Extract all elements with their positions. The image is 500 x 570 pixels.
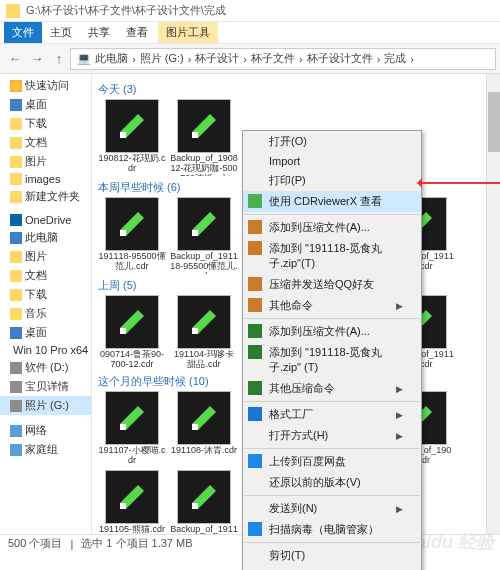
file-item[interactable]: Backup_of_190812-花现奶咖-500700注纸.cdr bbox=[170, 99, 238, 176]
forward-button[interactable]: → bbox=[26, 48, 48, 70]
sidebar-item[interactable]: 桌面 bbox=[0, 95, 91, 114]
ctx-import[interactable]: Import bbox=[243, 152, 421, 170]
file-item[interactable]: 191118-95500懂范儿.cdr bbox=[98, 197, 166, 274]
ctx-copy[interactable]: 复制(C) bbox=[243, 566, 421, 570]
file-item[interactable]: 191105-熊猫.cdr bbox=[98, 470, 166, 534]
svg-rect-17 bbox=[192, 328, 198, 334]
sidebar-item[interactable]: 音乐 bbox=[0, 304, 91, 323]
ctx-other-compress[interactable]: 其他压缩命令▶ bbox=[243, 378, 421, 399]
file-item[interactable]: 190812-花现奶.cdr bbox=[98, 99, 166, 176]
sidebar-item[interactable]: 下载 bbox=[0, 114, 91, 133]
ctx-add-archive-2[interactable]: 添加到压缩文件(A)... bbox=[243, 321, 421, 342]
scroll-thumb[interactable] bbox=[488, 92, 500, 152]
file-name: Backup_of_191105-熊猫.cdr bbox=[170, 525, 238, 534]
file-item[interactable]: 191108-沐青.cdr bbox=[170, 391, 238, 466]
sidebar-item[interactable]: 新建文件夹 bbox=[0, 187, 91, 206]
sidebar-item[interactable]: 图片 bbox=[0, 152, 91, 171]
ctx-scan-virus[interactable]: 扫描病毒（电脑管家） bbox=[243, 519, 421, 540]
sidebar-item[interactable]: images bbox=[0, 171, 91, 187]
file-name: 190812-花现奶.cdr bbox=[98, 154, 166, 174]
file-thumb bbox=[105, 391, 159, 445]
ctx-restore[interactable]: 还原以前的版本(V) bbox=[243, 472, 421, 493]
tab-picture-tools[interactable]: 图片工具 bbox=[158, 22, 218, 43]
label: OneDrive bbox=[25, 214, 71, 226]
ctx-open-with[interactable]: 打开方式(H)▶ bbox=[243, 425, 421, 446]
sidebar-drive[interactable]: 照片 (G:) bbox=[0, 396, 91, 415]
archive-icon bbox=[248, 277, 262, 291]
sidebar-drive[interactable]: 软件 (D:) bbox=[0, 358, 91, 377]
label: 快速访问 bbox=[25, 78, 69, 93]
app-icon bbox=[248, 407, 262, 421]
sidebar-homegroup[interactable]: 家庭组 bbox=[0, 440, 91, 459]
label: 此电脑 bbox=[25, 230, 58, 245]
tab-share[interactable]: 共享 bbox=[80, 22, 118, 43]
tab-home[interactable]: 主页 bbox=[42, 22, 80, 43]
tab-view[interactable]: 查看 bbox=[118, 22, 156, 43]
sidebar-item[interactable]: 文档 bbox=[0, 133, 91, 152]
crumb[interactable]: 此电脑 bbox=[95, 51, 128, 66]
label: 还原以前的版本(V) bbox=[269, 475, 361, 490]
label: 文档 bbox=[25, 268, 47, 283]
chevron-right-icon: ▶ bbox=[396, 504, 403, 514]
ctx-cut[interactable]: 剪切(T) bbox=[243, 545, 421, 566]
ctx-open[interactable]: 打开(O) bbox=[243, 131, 421, 152]
shield-icon bbox=[248, 522, 262, 536]
ctx-cdrviewer[interactable]: 使用 CDRviewerX 查看 bbox=[243, 191, 421, 212]
label: 家庭组 bbox=[25, 442, 58, 457]
folder-icon bbox=[10, 173, 22, 185]
file-item[interactable]: 191107-小樱喵.cdr bbox=[98, 391, 166, 466]
sidebar-network[interactable]: 网络 bbox=[0, 421, 91, 440]
tab-file[interactable]: 文件 bbox=[4, 22, 42, 43]
crumb[interactable]: 完成 bbox=[384, 51, 406, 66]
label: 音乐 bbox=[25, 306, 47, 321]
up-button[interactable]: ↑ bbox=[48, 48, 70, 70]
breadcrumb[interactable]: 💻 此电脑› 照片 (G:)› 杯子设计› 杯子文件› 杯子设计文件› 完成› bbox=[70, 48, 496, 70]
ctx-qq-send[interactable]: 压缩并发送给QQ好友 bbox=[243, 274, 421, 295]
archive-icon bbox=[248, 324, 262, 338]
back-button[interactable]: ← bbox=[4, 48, 26, 70]
ctx-add-archive[interactable]: 添加到压缩文件(A)... bbox=[243, 217, 421, 238]
sidebar-quick-access[interactable]: 快速访问 bbox=[0, 76, 91, 95]
sidebar-item[interactable]: 下载 bbox=[0, 285, 91, 304]
svg-rect-27 bbox=[192, 424, 198, 430]
ctx-other-cmd[interactable]: 其他命令▶ bbox=[243, 295, 421, 316]
window-path: G:\杯子设计\杯子文件\杯子设计文件\完成 bbox=[26, 3, 226, 18]
file-name: 191105-熊猫.cdr bbox=[99, 525, 165, 534]
file-thumb bbox=[177, 99, 231, 153]
crumb[interactable]: 杯子设计文件 bbox=[307, 51, 373, 66]
sidebar-item[interactable]: 桌面 bbox=[0, 323, 91, 342]
sidebar-drive[interactable]: Win 10 Pro x64 (C:) bbox=[0, 342, 91, 358]
ctx-baidu-upload[interactable]: 上传到百度网盘 bbox=[243, 451, 421, 472]
ctx-send-to[interactable]: 发送到(N)▶ bbox=[243, 498, 421, 519]
sidebar-thispc[interactable]: 此电脑 bbox=[0, 228, 91, 247]
file-item[interactable]: Backup_of_191118-95500懂范儿.cdr bbox=[170, 197, 238, 274]
file-item[interactable]: Backup_of_191105-熊猫.cdr bbox=[170, 470, 238, 534]
file-item[interactable]: 191104-玛哆卡甜品.cdr bbox=[170, 295, 238, 370]
ctx-add-to-zip-2[interactable]: 添加到 "191118-觅食丸子.zip" (T) bbox=[243, 342, 421, 378]
ctx-add-to-zip[interactable]: 添加到 "191118-觅食丸子.zip"(T) bbox=[243, 238, 421, 274]
chevron-right-icon: ▶ bbox=[396, 384, 403, 394]
label: 新建文件夹 bbox=[25, 189, 80, 204]
archive-icon bbox=[248, 298, 262, 312]
file-thumb bbox=[177, 391, 231, 445]
sidebar-drive[interactable]: 宝贝详情 bbox=[0, 377, 91, 396]
file-thumb bbox=[177, 470, 231, 524]
cloud-icon bbox=[248, 454, 262, 468]
crumb[interactable]: 杯子文件 bbox=[251, 51, 295, 66]
sidebar-onedrive[interactable]: OneDrive bbox=[0, 212, 91, 228]
doc-icon bbox=[10, 270, 22, 282]
label: 压缩并发送给QQ好友 bbox=[269, 277, 374, 292]
sidebar-item[interactable]: 文档 bbox=[0, 266, 91, 285]
crumb[interactable]: 杯子设计 bbox=[195, 51, 239, 66]
file-item[interactable]: 090714-鲁茶90-700-12.cdr bbox=[98, 295, 166, 370]
crumb[interactable]: 照片 (G:) bbox=[140, 51, 184, 66]
ctx-format-factory[interactable]: 格式工厂▶ bbox=[243, 404, 421, 425]
scrollbar[interactable] bbox=[486, 74, 500, 534]
group-header[interactable]: 今天 (3) bbox=[98, 82, 494, 97]
svg-rect-7 bbox=[192, 230, 198, 236]
archive-icon bbox=[248, 345, 262, 359]
file-name: 090714-鲁茶90-700-12.cdr bbox=[98, 350, 166, 370]
file-name: Backup_of_190812-花现奶咖-500700注纸.cdr bbox=[170, 154, 238, 176]
ctx-print[interactable]: 打印(P) bbox=[243, 170, 421, 191]
sidebar-item[interactable]: 图片 bbox=[0, 247, 91, 266]
